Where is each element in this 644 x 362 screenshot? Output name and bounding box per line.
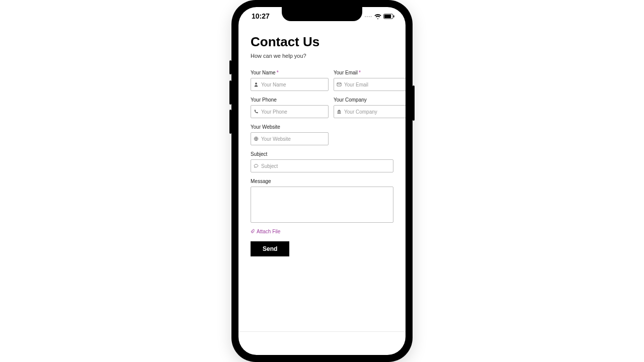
divider (238, 331, 406, 332)
field-company: Your Company (334, 97, 406, 118)
label-company: Your Company (334, 97, 406, 103)
phone-notch (282, 7, 362, 21)
phone-power-button (413, 85, 415, 121)
field-website: Your Website (251, 124, 329, 145)
subject-input[interactable] (261, 163, 393, 169)
svg-rect-2 (393, 15, 394, 17)
message-textarea[interactable] (251, 187, 393, 223)
phone-side-button (229, 60, 231, 74)
email-input[interactable] (344, 82, 406, 87)
page-subtitle: How can we help you? (251, 53, 393, 59)
attach-label: Attach File (257, 229, 280, 234)
label-name: Your Name* (251, 70, 329, 75)
signal-dots-icon: •••• (365, 14, 372, 19)
phone-frame: 10:27 •••• Contact Us How can we help yo… (231, 0, 413, 362)
field-spacer (334, 124, 393, 145)
svg-rect-1 (384, 15, 391, 18)
field-message: Message (251, 178, 393, 223)
phone-volume-down (229, 110, 231, 134)
field-name: Your Name* (251, 70, 329, 91)
content-area: Contact Us How can we help you? Your Nam… (238, 25, 406, 256)
label-message: Message (251, 178, 393, 184)
mail-icon (334, 82, 344, 87)
label-email: Your Email* (334, 70, 406, 75)
website-input[interactable] (261, 136, 328, 142)
phone-volume-up (229, 80, 231, 105)
phone-screen: 10:27 •••• Contact Us How can we help yo… (238, 7, 406, 355)
send-button[interactable]: Send (251, 241, 289, 256)
page-title: Contact Us (251, 34, 393, 50)
label-subject: Subject (251, 151, 393, 157)
required-mark: * (277, 70, 279, 75)
label-phone: Your Phone (251, 97, 329, 103)
battery-icon (383, 14, 394, 19)
paperclip-icon (251, 229, 255, 234)
field-phone: Your Phone (251, 97, 329, 118)
required-mark: * (359, 70, 361, 75)
status-time: 10:27 (252, 12, 270, 20)
phone-input[interactable] (261, 109, 328, 115)
building-icon (334, 109, 344, 114)
name-input[interactable] (261, 82, 328, 87)
label-website: Your Website (251, 124, 329, 130)
phone-icon (251, 109, 261, 114)
field-email: Your Email* (334, 70, 406, 91)
field-subject: Subject (251, 151, 393, 172)
company-input[interactable] (344, 109, 406, 115)
chat-icon (251, 163, 261, 168)
globe-icon (251, 136, 261, 141)
user-icon (251, 82, 261, 87)
wifi-icon (374, 14, 381, 19)
attach-file-link[interactable]: Attach File (251, 229, 393, 234)
